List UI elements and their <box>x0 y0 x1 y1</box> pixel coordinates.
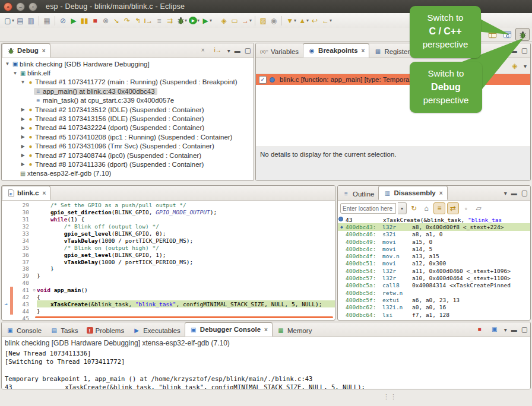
dropdown-chevron-icon[interactable]: ▾ <box>330 18 332 23</box>
minimize-view-icon[interactable]: ▬ <box>235 47 240 54</box>
instruction-stepping-icon[interactable]: i→ <box>143 15 154 26</box>
home-icon[interactable]: ⌂ <box>421 203 432 214</box>
debug-tree-item[interactable]: ▦xtensa-esp32-elf-gdb (7.10) <box>2 169 254 178</box>
disassembly-row[interactable]: 400dbc5d:retw.n <box>338 289 530 296</box>
save-icon[interactable]: ▤ <box>15 15 26 26</box>
code-line-30[interactable]: 30 gpio_set_direction(BLINK_GPIO, GPIO_M… <box>2 209 335 216</box>
code-line-39[interactable]: 39} <box>2 272 335 280</box>
show-source-icon[interactable]: ≡ <box>433 202 445 214</box>
disassembly-row[interactable]: 400dbc4c:movia14, 5 <box>338 245 530 252</box>
fold-icon[interactable]: ⊖ <box>31 288 37 293</box>
maximize-view-icon[interactable]: ▢ <box>521 325 528 334</box>
dropdown-chevron-icon[interactable]: ▾ <box>210 18 212 23</box>
debug-tree-item[interactable]: ≡app_main() at blink.c:43 0x400dbc43 <box>2 87 254 96</box>
breakpoint-grouping-icon[interactable]: ◈ <box>509 61 520 71</box>
debug-tree-item[interactable]: ▶●Thread #4 1073432224 (dport) (Suspende… <box>2 123 254 132</box>
debug-tree-item[interactable]: ▶●Thread #2 1073413512 (IDLE) (Suspended… <box>2 105 254 114</box>
disassembly-row[interactable]: 400dbc57:l32ra10, 0x400d0464 <_stext+110… <box>338 274 530 281</box>
disconnect-icon[interactable]: ⊗ <box>100 15 111 26</box>
dropdown-chevron-icon[interactable]: ▾ <box>185 18 187 23</box>
close-icon[interactable]: × <box>42 47 46 54</box>
dropdown-chevron-icon[interactable]: ▾ <box>249 18 252 23</box>
breakpoint-row[interactable]: ✓ blink.c [function: app_main] [type: Te… <box>256 74 530 85</box>
bp-tab-breakpoints[interactable]: ◉Breakpoints× <box>303 43 369 58</box>
debug-tree-item[interactable]: ▼▣blink checking [GDB Hardware Debugging… <box>2 59 254 68</box>
view-menu-icon[interactable]: ▾ <box>504 190 507 196</box>
debug-tree-item[interactable]: ▶●Thread #3 1073413156 (IDLE) (Suspended… <box>2 114 254 123</box>
step-return-icon[interactable]: ↰ <box>132 15 143 26</box>
disassembly-row[interactable]: 400dbc62:l32i.na0, a0, 16 <box>338 304 530 311</box>
remove-all-terminated-icon[interactable]: × <box>198 45 208 56</box>
sync-with-stack-frame-icon[interactable]: ⇄ <box>447 202 459 214</box>
code-line-42[interactable]: 42{ <box>2 294 335 301</box>
horizontal-scrollbar[interactable] <box>35 316 333 318</box>
maximize-view-icon[interactable]: ▢ <box>521 46 528 55</box>
console-output[interactable]: blink checking [GDB Hardware Debugging] … <box>2 337 530 389</box>
dropdown-chevron-icon[interactable]: ▾ <box>294 18 296 23</box>
view-menu-icon[interactable]: ▾ <box>524 63 527 69</box>
disassembly-row[interactable]: 400dbc64:lsif7, a1, 128 <box>338 311 530 318</box>
instruction-stepping-mode-icon[interactable]: i→ <box>213 45 223 56</box>
expand-icon[interactable]: ▶ <box>20 144 26 149</box>
con-tab-tasks[interactable]: ▤Tasks <box>46 324 82 337</box>
pin-view-icon[interactable]: ▱ <box>473 203 484 214</box>
dropdown-chevron-icon[interactable]: ▾ <box>306 18 309 23</box>
debug-tree-item[interactable]: ▶●Thread #6 1073431096 (Tmr Svc) (Suspen… <box>2 142 254 151</box>
paintbrush-icon[interactable]: ▨ <box>258 15 268 26</box>
debug-tree-item[interactable]: ▶●Thread #7 1073408744 (ipc0) (Suspended… <box>2 151 254 160</box>
open-resource-icon[interactable]: ▭ <box>229 15 240 26</box>
terminate-icon[interactable]: ■ <box>90 15 100 26</box>
close-icon[interactable]: × <box>264 326 268 333</box>
debug-tree-item[interactable]: ▶●Thread #5 1073410208 (ipc1 : Running) … <box>2 132 254 141</box>
con-tab-memory[interactable]: ▦Memory <box>273 324 316 337</box>
code-line-32[interactable]: 32 /* Blink off (output low) */ <box>2 223 335 230</box>
disassembly-row[interactable]: 400dbc67:blta0, a7, 0x400dbc81 <__adddf3… <box>338 318 530 320</box>
expand-icon[interactable]: ▶ <box>20 116 26 122</box>
tab-debug[interactable]: Debug × <box>2 43 50 58</box>
minimize-view-icon[interactable]: ▬ <box>511 190 517 196</box>
breakpoints-list-area[interactable] <box>256 85 530 147</box>
code-line-37[interactable]: 37 vTaskDelay(1000 / portTICK_PERIOD_MS)… <box>2 258 335 265</box>
collapse-icon[interactable]: ▼ <box>20 80 26 85</box>
dropdown-chevron-icon[interactable]: ▾ <box>12 18 14 23</box>
code-line-34[interactable]: 34 vTaskDelay(1000 / portTICK_PERIOD_MS)… <box>2 237 335 244</box>
last-edit-location-icon[interactable]: ↩ <box>309 15 320 26</box>
code-line-36[interactable]: 36 gpio_set_level(BLINK_GPIO, 1); <box>2 251 335 258</box>
minimize-view-icon[interactable]: ▬ <box>511 47 517 54</box>
minimize-view-icon[interactable]: ▬ <box>511 326 517 333</box>
show-full-paths-icon[interactable]: ≡ <box>154 15 164 26</box>
code-line-44[interactable]: 44} <box>2 307 335 315</box>
close-button[interactable]: × <box>4 2 12 11</box>
disassembly-row[interactable]: ◆400dbc43:l32ra8, 0x400d00f8 <_stext+224… <box>338 223 530 230</box>
con-tab-problems[interactable]: !Problems <box>83 324 129 337</box>
view-menu-icon[interactable]: ▾ <box>227 47 230 54</box>
debug-perspective-icon[interactable] <box>515 28 530 41</box>
code-line-29[interactable]: 29 /* Set the GPIO as a push/pull output… <box>2 202 335 209</box>
code-line-43[interactable]: →43 xTaskCreate(&blink_task, "blink_task… <box>2 300 335 307</box>
disassembly-row[interactable]: 400dbc46:s32ia8, a1, 0 <box>338 231 530 238</box>
disassembly-row[interactable]: 400dbc49:movia15, 0 <box>338 238 530 245</box>
debug-tree-item[interactable]: ≡main_task() at cpu_start.c:339 0x400d05… <box>2 96 254 105</box>
terminate-console-icon[interactable]: ■ <box>474 324 485 335</box>
expand-icon[interactable]: ▶ <box>20 153 26 158</box>
code-line-31[interactable]: 31 while(1) { <box>2 216 335 223</box>
code-line-38[interactable]: 38 } <box>2 265 335 272</box>
disassembly-row[interactable]: 400dbc51:movia12, 0x300 <box>338 260 530 267</box>
expand-icon[interactable]: ▶ <box>20 134 26 139</box>
expand-icon[interactable]: ▶ <box>20 125 26 131</box>
use-step-filters-icon[interactable]: ⇉ <box>164 15 175 26</box>
close-icon[interactable]: × <box>362 47 365 54</box>
disassembly-source-row[interactable]: 43 xTaskCreate(&blink_task, "blink_tas <box>338 216 530 223</box>
code-line-41[interactable]: 41⊖void app_main() <box>2 287 335 294</box>
collapse-icon[interactable]: ▼ <box>12 71 18 76</box>
code-line-33[interactable]: 33 gpio_set_level(BLINK_GPIO, 0); <box>2 230 335 237</box>
code-editor[interactable]: 29 /* Set the GPIO as a push/pull output… <box>2 201 335 320</box>
disassembly-row[interactable]: 400dbc5f:extuia6, a0, 23, 13 <box>338 296 530 303</box>
suspend-icon[interactable]: ▮▮ <box>79 15 90 26</box>
disassembly-listing[interactable]: 43 xTaskCreate(&blink_task, "blink_tas◆4… <box>338 216 530 320</box>
con-tab-console[interactable]: ▣Console <box>2 324 46 337</box>
disassembly-row[interactable]: 400dbc4f:mov.na13, a15 <box>338 252 530 259</box>
sash-grip[interactable]: ⋮⋮ <box>383 393 397 401</box>
close-icon[interactable]: × <box>439 190 443 196</box>
skip-all-breakpoints-icon[interactable]: ⊘ <box>58 15 68 26</box>
